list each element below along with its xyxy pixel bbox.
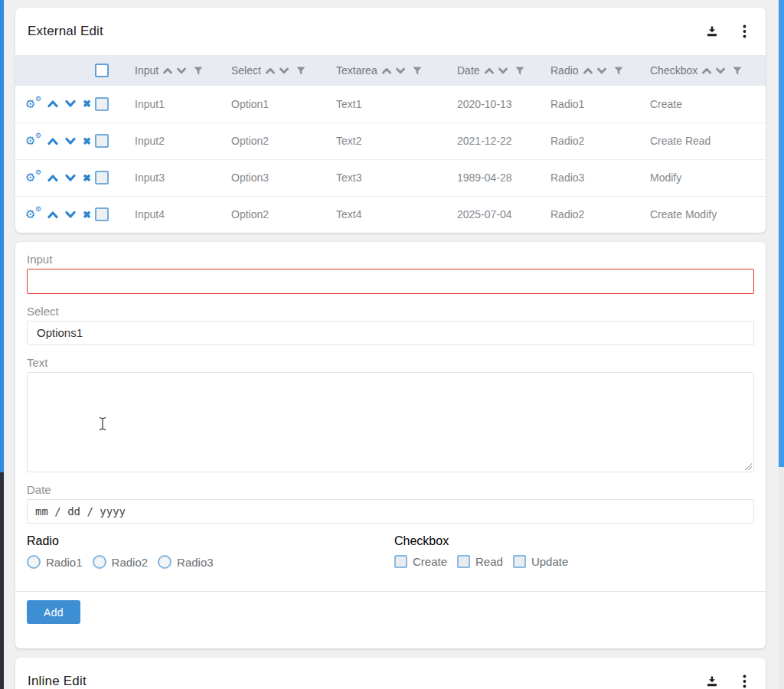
sort-asc-icon[interactable]	[163, 67, 172, 74]
left-scroll-thumb[interactable]	[0, 0, 4, 472]
textarea-field[interactable]	[27, 372, 754, 472]
sort-desc-icon[interactable]	[177, 67, 186, 74]
row-actions: ⚙⚙ ✖	[15, 97, 95, 111]
kebab-menu-icon[interactable]	[737, 674, 752, 689]
move-down-icon[interactable]	[65, 211, 76, 219]
table-row: ⚙⚙ ✖ Input3 Option3 Text3 1989-04-28 Rad…	[15, 159, 766, 196]
sort-desc-icon[interactable]	[279, 67, 289, 74]
column-header-input: Input	[135, 55, 231, 86]
filter-icon[interactable]	[515, 67, 524, 75]
sort-asc-icon[interactable]	[382, 67, 391, 74]
filter-icon[interactable]	[194, 67, 203, 75]
checkbox-field-group: Checkbox Create Read Update	[394, 534, 754, 569]
input-field[interactable]	[27, 269, 754, 294]
download-icon[interactable]	[704, 674, 720, 689]
sort-asc-icon[interactable]	[266, 67, 275, 74]
select-all-checkbox[interactable]	[95, 64, 109, 77]
vertical-scrollbar[interactable]	[779, 0, 784, 689]
column-label: Select	[231, 64, 261, 77]
row-checkbox[interactable]	[95, 207, 109, 221]
sort-asc-icon[interactable]	[583, 67, 593, 74]
radio-checkbox-row: Radio Radio1 Radio2 Radio3 Checkbox Cre	[27, 534, 754, 569]
cell-date: 2021-12-22	[457, 122, 550, 159]
radio-option-label: Radio1	[46, 556, 83, 569]
settings-icon[interactable]: ⚙⚙	[26, 97, 41, 111]
column-header-date: Date	[457, 55, 550, 86]
filter-icon[interactable]	[733, 67, 742, 75]
sort-asc-icon[interactable]	[485, 67, 494, 74]
left-scroll-rail	[0, 0, 4, 689]
cell-radio: Radio2	[550, 122, 650, 159]
card-toolbar	[704, 674, 752, 689]
cell-textarea: Text3	[336, 159, 457, 196]
checkbox-option-label: Read	[475, 555, 503, 568]
delete-icon[interactable]: ✖	[83, 210, 91, 220]
table-row: ⚙⚙ ✖ Input2 Option2 Text2 2021-12-22 Rad…	[15, 122, 766, 159]
filter-icon[interactable]	[296, 67, 305, 75]
cell-input: Input3	[135, 159, 231, 196]
radio-radio2[interactable]	[93, 555, 106, 569]
move-up-icon[interactable]	[47, 211, 58, 219]
row-actions: ⚙⚙ ✖	[15, 134, 95, 148]
radio-radio1[interactable]	[27, 555, 41, 569]
filter-icon[interactable]	[413, 67, 422, 75]
move-down-icon[interactable]	[65, 100, 76, 108]
delete-icon[interactable]: ✖	[83, 136, 91, 146]
card-toolbar	[704, 24, 752, 39]
sort-asc-icon[interactable]	[702, 67, 711, 74]
column-label: Date	[457, 64, 480, 77]
vertical-scrollbar-thumb[interactable]	[779, 0, 784, 467]
delete-icon[interactable]: ✖	[83, 99, 91, 109]
move-up-icon[interactable]	[47, 174, 58, 182]
row-checkbox[interactable]	[95, 97, 109, 111]
move-up-icon[interactable]	[47, 100, 58, 108]
column-label: Checkbox	[650, 64, 697, 77]
form-footer: Add	[15, 592, 766, 648]
cell-input: Input2	[135, 122, 231, 159]
checkbox-update[interactable]	[513, 555, 526, 568]
settings-icon[interactable]: ⚙⚙	[26, 171, 41, 184]
inline-edit-header: Inline Edit	[15, 658, 766, 689]
cell-date: 2020-10-13	[457, 86, 550, 122]
cell-input: Input1	[135, 86, 231, 122]
kebab-menu-icon[interactable]	[737, 24, 752, 39]
row-actions: ⚙⚙ ✖	[15, 207, 95, 221]
download-icon[interactable]	[704, 24, 720, 39]
cell-checkbox: Create	[650, 86, 766, 122]
row-checkbox[interactable]	[95, 171, 109, 184]
checkbox-option-label: Create	[413, 555, 447, 568]
settings-icon[interactable]: ⚙⚙	[26, 134, 41, 148]
add-form-card: Input Select Options1 Text Date mm / dd …	[15, 242, 766, 648]
sort-desc-icon[interactable]	[597, 67, 606, 74]
radio-group-label: Radio	[27, 534, 59, 547]
cell-textarea: Text1	[336, 86, 457, 122]
checkbox-read[interactable]	[457, 555, 470, 568]
cell-select: Option1	[231, 86, 336, 122]
sort-desc-icon[interactable]	[396, 67, 405, 74]
table-row: ⚙⚙ ✖ Input1 Option1 Text1 2020-10-13 Rad…	[15, 86, 766, 122]
checkbox-create[interactable]	[394, 555, 407, 568]
external-edit-card: External Edit	[15, 8, 766, 233]
move-up-icon[interactable]	[47, 137, 58, 145]
text-field-label: Text	[27, 356, 754, 369]
cell-select: Option2	[231, 122, 336, 159]
checkbox-option-label: Update	[531, 555, 568, 568]
radio-radio3[interactable]	[158, 555, 172, 569]
filter-icon[interactable]	[614, 67, 623, 75]
delete-icon[interactable]: ✖	[83, 173, 91, 183]
settings-icon[interactable]: ⚙⚙	[26, 207, 41, 221]
input-field-label: Input	[27, 253, 754, 266]
select-field-group: Select Options1	[27, 305, 754, 345]
move-down-icon[interactable]	[65, 137, 76, 145]
sort-desc-icon[interactable]	[716, 67, 725, 74]
add-button[interactable]: Add	[27, 600, 80, 624]
row-checkbox[interactable]	[95, 134, 109, 148]
date-field[interactable]: mm / dd / yyyy	[27, 499, 754, 524]
move-down-icon[interactable]	[65, 174, 76, 182]
cell-select: Option2	[231, 196, 336, 233]
text-field-group: Text	[27, 356, 754, 472]
column-header-textarea: Textarea	[336, 55, 457, 86]
select-field-label: Select	[27, 305, 754, 318]
sort-desc-icon[interactable]	[498, 67, 508, 74]
select-field[interactable]: Options1	[27, 321, 754, 345]
